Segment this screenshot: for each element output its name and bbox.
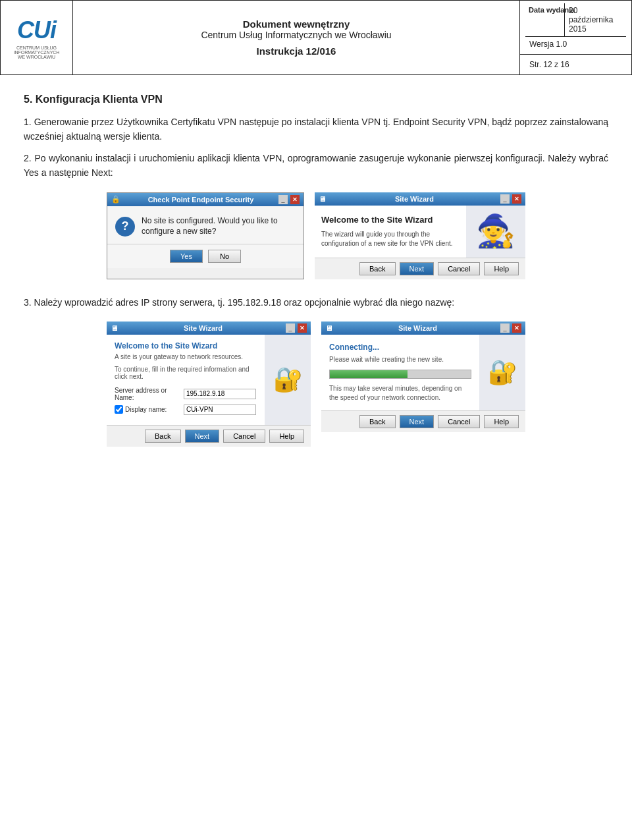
- item-2: 2. Po wykonaniu instalacji i uruchomieni…: [24, 151, 608, 181]
- minimize-button[interactable]: _: [278, 195, 288, 204]
- doc-type: Dokument wewnętrzny: [78, 18, 514, 30]
- lock-icon: 🔐: [273, 366, 303, 393]
- form-next-button[interactable]: Next: [185, 430, 220, 443]
- help-button[interactable]: Help: [484, 262, 519, 275]
- connecting-close-button[interactable]: ✕: [512, 323, 521, 333]
- display-row: Display name:: [115, 405, 257, 415]
- server-label: Server address or Name:: [115, 387, 184, 401]
- connecting-body-wrapper: Connecting... Please wait while creating…: [321, 335, 525, 410]
- connecting-note: This may take several minutes, depending…: [329, 384, 471, 403]
- conn-help-button[interactable]: Help: [484, 415, 519, 428]
- server-row: Server address or Name:: [115, 387, 257, 401]
- site-wizard-form-icon: 🖥: [111, 324, 118, 332]
- site-wizard-form-body-wrapper: Welcome to the Site Wizard A site is you…: [107, 335, 311, 425]
- display-name-checkbox[interactable]: [115, 405, 123, 414]
- form-help-button[interactable]: Help: [269, 430, 304, 443]
- question-icon: ?: [115, 217, 135, 237]
- checkpoint-titlebar: 🔒 Check Point Endpoint Security _ ✕: [107, 193, 303, 206]
- site-wizard-form-minimize-button[interactable]: _: [286, 323, 295, 333]
- display-name-input[interactable]: [184, 405, 256, 415]
- checkpoint-footer: Yes No: [107, 244, 303, 268]
- site-wizard-right: 🧙: [466, 206, 525, 258]
- site-wizard-welcome-desc: The wizard will guide you through the co…: [321, 230, 460, 248]
- cancel-button[interactable]: Cancel: [438, 262, 480, 275]
- site-wizard-form-title: Site Wizard: [184, 324, 223, 332]
- site-wizard-minimize-button[interactable]: _: [500, 194, 510, 204]
- content-area: 5. Konfiguracja Klienta VPN 1. Generowan…: [0, 75, 632, 478]
- site-wizard-form-title-text: Welcome to the Site Wizard: [115, 341, 257, 350]
- conn-cancel-button[interactable]: Cancel: [438, 415, 480, 428]
- screenshots-row-1: 🔒 Check Point Endpoint Security _ ✕ ? No…: [24, 192, 608, 279]
- connecting-dialog: 🖥 Site Wizard _ ✕ Connecting... Please w…: [321, 322, 525, 447]
- doc-title-cell: Dokument wewnętrzny Centrum Usług Inform…: [73, 1, 520, 75]
- close-button[interactable]: ✕: [290, 195, 300, 204]
- form-back-button[interactable]: Back: [145, 430, 180, 443]
- progress-bar: [329, 370, 471, 379]
- site-wizard-form-titlebar: 🖥 Site Wizard _ ✕: [107, 322, 311, 335]
- connecting-status-title: Connecting...: [329, 343, 471, 352]
- section-heading: 5. Konfiguracja Klienta VPN: [24, 94, 608, 105]
- page-label: Str. 12 z 16: [525, 57, 573, 72]
- item2-num: 2.: [24, 153, 32, 163]
- connecting-icon: 🖥: [325, 324, 332, 332]
- site-wizard-welcome-titlebar-btns: _ ✕: [500, 194, 521, 204]
- item3-num: 3.: [24, 297, 32, 308]
- progress-bar-inner: [330, 370, 408, 378]
- connecting-titlebar: 🖥 Site Wizard _ ✕: [321, 322, 525, 335]
- form-cancel-button[interactable]: Cancel: [223, 430, 265, 443]
- site-wizard-welcome-titlebar: 🖥 Site Wizard _ ✕: [315, 192, 525, 206]
- data-label: Data wydania: [525, 3, 565, 36]
- yes-button[interactable]: Yes: [170, 250, 203, 263]
- no-button[interactable]: No: [208, 250, 241, 263]
- site-wizard-form-titlebar-btns: _ ✕: [286, 323, 307, 333]
- connecting-footer: Back Next Cancel Help: [321, 410, 525, 432]
- site-wizard-welcome-icon: 🖥: [319, 195, 326, 203]
- server-input[interactable]: [184, 389, 256, 399]
- item-3: 3. Należy wprowadzić adres IP strony ser…: [24, 295, 608, 310]
- site-wizard-welcome-footer: Back Next Cancel Help: [315, 258, 525, 279]
- item3-text: Należy wprowadzić adres IP strony serwer…: [34, 297, 455, 308]
- checkpoint-dialog: 🔒 Check Point Endpoint Security _ ✕ ? No…: [107, 192, 304, 279]
- display-label: Display name:: [125, 406, 167, 413]
- display-label-group: Display name:: [115, 405, 184, 414]
- connecting-desc: Please wait while creating the new site.: [329, 356, 471, 363]
- connecting-minimize-button[interactable]: _: [500, 323, 510, 333]
- conn-next-button[interactable]: Next: [400, 415, 434, 428]
- wizard-hat-icon: 🧙: [476, 213, 515, 250]
- conn-back-button[interactable]: Back: [359, 415, 395, 428]
- page-cell: Str. 12 z 16: [520, 55, 632, 75]
- connecting-right: 🔐: [479, 335, 525, 410]
- item-1: 1. Generowanie przez Użytkownika Certyfi…: [24, 115, 608, 144]
- site-wizard-welcome-dialog: 🖥 Site Wizard _ ✕ Welcome to the Site Wi…: [315, 192, 525, 279]
- version-label: Wersja 1.0: [525, 37, 571, 51]
- logo-cell: CUi CENTRUM USŁUG INFORMATYCZNYCH WE WRO…: [1, 1, 73, 75]
- item1-num: 1.: [24, 117, 32, 127]
- site-wizard-form-footer: Back Next Cancel Help: [107, 425, 311, 447]
- site-wizard-close-button[interactable]: ✕: [512, 194, 521, 204]
- site-wizard-form-desc: To continue, fill in the required inform…: [115, 366, 257, 380]
- back-button[interactable]: Back: [359, 262, 395, 275]
- site-wizard-form-subtitle: A site is your gateway to network resour…: [115, 353, 257, 360]
- next-button[interactable]: Next: [400, 262, 434, 275]
- instruction: Instrukcja 12/016: [78, 45, 514, 57]
- connecting-body: Connecting... Please wait while creating…: [321, 335, 479, 410]
- site-wizard-form-close-button[interactable]: ✕: [298, 323, 307, 333]
- site-wizard-welcome-title: Site Wizard: [395, 195, 434, 203]
- connecting-titlebar-btns: _ ✕: [500, 323, 521, 333]
- item2-text: Po wykonaniu instalacji i uruchomieniu a…: [24, 153, 608, 178]
- connecting-lock-icon: 🔐: [488, 358, 517, 386]
- site-wizard-welcome-heading: Welcome to the Site Wizard: [321, 215, 460, 225]
- logo-sub: CENTRUM USŁUG INFORMATYCZNYCH WE WROCŁAW…: [6, 45, 67, 59]
- logo-text: CUi: [6, 16, 67, 44]
- connecting-title: Site Wizard: [398, 324, 437, 332]
- screenshots-row-2: 🖥 Site Wizard _ ✕ Welcome to the Site Wi…: [24, 322, 608, 447]
- site-wizard-left: Welcome to the Site Wizard The wizard wi…: [315, 206, 466, 258]
- checkpoint-body: ? No site is configured. Would you like …: [107, 206, 303, 244]
- item1-text: Generowanie przez Użytkownika Certyfikat…: [24, 117, 608, 142]
- data-value: 20 października 2015: [565, 3, 626, 36]
- titlebar-buttons: _ ✕: [278, 195, 300, 204]
- site-wizard-welcome-body: Welcome to the Site Wizard The wizard wi…: [315, 206, 525, 258]
- site-wizard-form-body: Welcome to the Site Wizard A site is you…: [107, 335, 265, 425]
- checkpoint-title-text: Check Point Endpoint Security: [148, 196, 254, 204]
- site-wizard-form-dialog: 🖥 Site Wizard _ ✕ Welcome to the Site Wi…: [107, 322, 311, 447]
